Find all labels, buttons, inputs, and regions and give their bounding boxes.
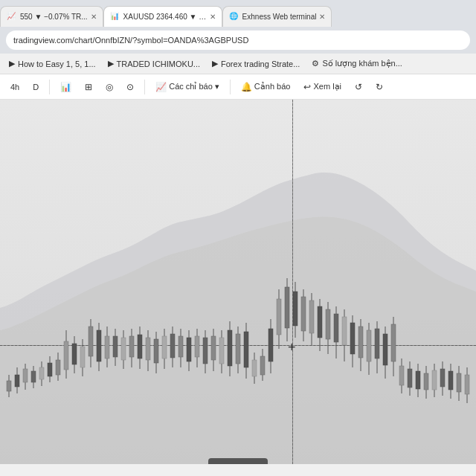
bookmarks-bar: ▶ How to Easy 1, 5, 1... ▶ TRADED ICHIMO… <box>0 54 476 74</box>
svg-rect-51 <box>211 336 216 360</box>
tab-2-close[interactable]: ✕ <box>210 13 216 21</box>
svg-rect-37 <box>154 339 158 363</box>
candlesticks <box>0 100 476 464</box>
address-bar <box>0 27 476 54</box>
replay-button[interactable]: ↩ Xem lại <box>299 80 346 94</box>
bookmark-1-icon: ▶ <box>9 59 15 68</box>
svg-rect-53 <box>219 338 224 364</box>
svg-rect-31 <box>129 336 134 357</box>
address-input[interactable] <box>6 30 470 50</box>
svg-rect-65 <box>268 329 273 361</box>
svg-rect-21 <box>89 327 93 356</box>
svg-rect-77 <box>318 306 322 338</box>
chart-scroll-handle[interactable] <box>208 458 268 464</box>
svg-rect-93 <box>383 334 387 365</box>
svg-rect-3 <box>15 375 19 387</box>
svg-rect-71 <box>293 292 298 326</box>
tab-2-favicon: 📊 <box>110 12 120 22</box>
tab-3-title: Exhness Web terminal <box>242 13 317 21</box>
price-line <box>0 345 476 346</box>
svg-rect-59 <box>244 332 248 367</box>
layout-icon: ⊞ <box>85 82 92 92</box>
svg-rect-55 <box>228 330 232 366</box>
bookmark-4-icon: ⚙ <box>312 59 319 68</box>
chart-toolbar: 4h D 📊 ⊞ ◎ ⊙ 📈 Các chỉ báo ▾ 🔔 Cảnh báo … <box>0 74 476 100</box>
svg-rect-7 <box>31 371 36 382</box>
svg-rect-49 <box>203 338 208 364</box>
svg-rect-99 <box>408 369 412 387</box>
tab-2[interactable]: 📊 XAUUSD 2364.460 ▼ −0.07% TR... ✕ <box>103 6 222 27</box>
replay-label: Xem lại <box>313 82 341 91</box>
tab-3-close[interactable]: ✕ <box>319 13 325 21</box>
bookmark-1-label: How to Easy 1, 5, 1... <box>18 60 96 68</box>
bookmark-1[interactable]: ▶ How to Easy 1, 5, 1... <box>6 57 99 70</box>
svg-rect-101 <box>416 371 420 389</box>
undo-button[interactable]: ↺ <box>350 80 367 94</box>
svg-rect-39 <box>162 336 167 358</box>
svg-rect-107 <box>440 369 445 387</box>
alert-button[interactable]: 🔔 Cảnh báo <box>237 80 295 94</box>
svg-rect-57 <box>236 334 240 364</box>
svg-rect-75 <box>309 300 314 333</box>
svg-rect-79 <box>326 309 330 339</box>
svg-rect-11 <box>48 363 52 376</box>
svg-rect-105 <box>432 370 437 390</box>
svg-rect-67 <box>277 299 281 335</box>
ichimoku-cloud <box>0 100 476 464</box>
chart-type-button[interactable]: 📊 <box>56 80 76 94</box>
svg-rect-41 <box>170 334 175 358</box>
bookmark-2-icon: ▶ <box>108 59 114 68</box>
svg-rect-85 <box>350 323 355 354</box>
svg-rect-25 <box>105 336 109 358</box>
tab-1[interactable]: 📈 550 ▼ −0.07% TR... ✕ <box>0 6 103 27</box>
tab-1-favicon: 📈 <box>7 12 17 22</box>
svg-rect-17 <box>72 344 77 364</box>
svg-rect-69 <box>285 287 289 328</box>
svg-rect-89 <box>367 330 371 361</box>
crosshair-horizontal <box>0 345 476 346</box>
indicators-label: Các chỉ báo <box>169 82 213 91</box>
redo-button[interactable]: ↻ <box>371 80 387 94</box>
svg-rect-81 <box>334 314 338 342</box>
tab-2-title: XAUUSD 2364.460 ▼ −0.07% TR... <box>123 13 207 21</box>
separator-3 <box>230 80 231 94</box>
svg-rect-47 <box>195 336 199 357</box>
bookmark-2[interactable]: ▶ TRADED ICHIMOKU... <box>105 57 203 70</box>
bookmark-4[interactable]: ⚙ Số lượng khám bện... <box>309 57 405 70</box>
svg-rect-23 <box>97 330 101 361</box>
svg-rect-111 <box>457 373 461 392</box>
bookmark-3-label: Forex trading Strate... <box>221 60 300 68</box>
svg-rect-103 <box>424 373 428 390</box>
svg-rect-113 <box>465 375 469 394</box>
svg-rect-1 <box>7 381 11 391</box>
bookmark-3[interactable]: ▶ Forex trading Strate... <box>209 57 303 70</box>
svg-rect-19 <box>80 347 85 367</box>
svg-rect-63 <box>260 356 265 375</box>
indicators-chevron: ▾ <box>215 82 219 91</box>
replay-icon-btn[interactable]: ◎ <box>101 80 118 94</box>
tab-1-title: 550 ▼ −0.07% TR... <box>20 13 88 21</box>
indicators-button[interactable]: 📈 Các chỉ báo ▾ <box>151 80 224 94</box>
svg-rect-91 <box>375 329 379 358</box>
compare-button[interactable]: ⊙ <box>122 80 138 94</box>
timeframe-button[interactable]: 4h <box>6 80 24 94</box>
timeframe-d-button[interactable]: D <box>28 80 43 94</box>
timeframe-d-label: D <box>33 83 39 91</box>
replay-icon: ↩ <box>303 82 311 92</box>
svg-rect-33 <box>138 335 142 358</box>
svg-rect-87 <box>358 327 363 358</box>
tab-1-close[interactable]: ✕ <box>91 13 97 21</box>
tab-3[interactable]: 🌐 Exhness Web terminal ✕ <box>222 6 332 27</box>
alert-icon: 🔔 <box>241 82 252 92</box>
bookmark-3-icon: ▶ <box>212 59 218 68</box>
chart-area[interactable]: + <box>0 100 476 464</box>
layout-button[interactable]: ⊞ <box>80 80 97 94</box>
svg-rect-15 <box>64 341 68 370</box>
circle-icon: ◎ <box>106 82 113 92</box>
redo-icon: ↻ <box>376 82 383 92</box>
svg-rect-27 <box>113 336 118 357</box>
undo-icon: ↺ <box>355 82 362 92</box>
separator-1 <box>49 80 50 94</box>
compare-icon: ⊙ <box>126 82 134 92</box>
svg-rect-29 <box>121 338 126 360</box>
